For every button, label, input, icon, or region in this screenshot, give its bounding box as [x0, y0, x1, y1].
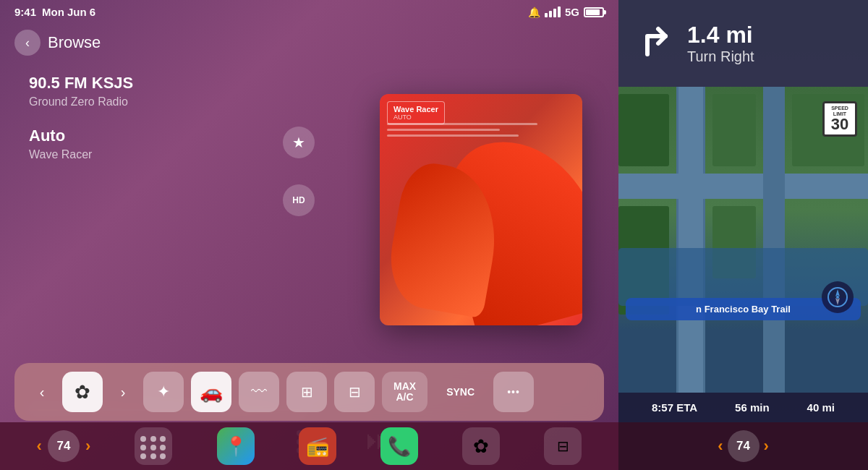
car-icon: 🚗 — [200, 381, 223, 403]
hvac-seat-heat-button[interactable]: ⊞ — [286, 372, 327, 412]
map-road-horizontal — [618, 174, 868, 199]
grid-icon — [140, 436, 166, 456]
music-panel: 9:41 Mon Jun 6 🔔 5G ‹ — [0, 0, 618, 470]
settings-icon: ⊟ — [557, 437, 569, 455]
svg-marker-2 — [835, 298, 840, 305]
signal-bars — [545, 7, 561, 17]
seat-cool-icon: ⊟ — [349, 383, 361, 401]
location-text: n Francisco Bay Trail — [696, 304, 791, 315]
compass[interactable] — [822, 281, 854, 313]
back-icon: ‹ — [25, 35, 30, 51]
hvac-sync-button[interactable]: SYNC — [435, 372, 486, 412]
hvac-next-button[interactable]: › — [110, 379, 136, 405]
dock-radio-button[interactable]: 📻 — [299, 427, 336, 465]
hvac-right-icon: › — [121, 384, 126, 401]
date: Mon Jun 6 — [42, 6, 95, 18]
star-button[interactable]: ★ — [283, 127, 315, 158]
signal-type: 5G — [565, 6, 579, 18]
max-ac-line2: A/C — [396, 392, 414, 403]
svg-marker-1 — [835, 289, 840, 296]
album-art-inner: Wave Racer AUTO — [380, 94, 582, 325]
eta-time: 8:57 ETA — [652, 401, 697, 414]
tree-cluster-2 — [618, 94, 669, 166]
map-panel: 1.4 mi Turn Right SPEEDLIMIT 30 — [618, 0, 868, 470]
right-temp-increase[interactable]: › — [764, 437, 769, 456]
more-icon: ••• — [507, 386, 520, 398]
album-title: Wave Racer — [393, 105, 438, 114]
star-icon: ★ — [292, 134, 305, 151]
eta-time-value: 8:57 ETA — [652, 401, 697, 414]
hvac-bar: ‹ ✿ › ✦ 🚗 〰 ⊞ ⊟ — [14, 363, 604, 421]
hvac-car-button[interactable]: 🚗 — [191, 372, 231, 412]
turn-right-icon — [633, 22, 676, 65]
map-content[interactable]: SPEEDLIMIT 30 n Francisco Bay Trail — [618, 87, 868, 393]
eta-distance-value: 40 mi — [807, 401, 835, 414]
dock-bar: ‹ 74 › 📍 📻 📞 — [0, 422, 618, 470]
dock-fan-button[interactable]: ✿ — [462, 427, 500, 465]
eta-distance: 40 mi — [807, 401, 835, 414]
nav-header: 1.4 mi Turn Right — [618, 0, 868, 87]
speed-limit-value: 30 — [827, 116, 853, 132]
max-ac-line1: MAX — [393, 381, 416, 392]
hd-label: HD — [292, 195, 305, 205]
left-temp-decrease[interactable]: ‹ — [37, 437, 42, 456]
seat-heat-icon: ⊞ — [301, 383, 313, 401]
album-decorative-lines — [387, 123, 575, 140]
sync-label: SYNC — [446, 386, 475, 398]
album-label: Wave Racer AUTO — [387, 101, 445, 124]
station-name: 90.5 FM KSJS — [29, 74, 590, 93]
eta-duration: 56 min — [735, 401, 770, 414]
left-temp-control: ‹ 74 › — [37, 430, 91, 462]
svg-point-3 — [836, 296, 839, 299]
right-temp-value: 74 — [736, 439, 750, 453]
left-temp-display: 74 — [48, 430, 80, 462]
right-temp-control: ‹ 74 › — [718, 430, 769, 462]
left-temp-value: 74 — [56, 439, 70, 453]
dock-grid-button[interactable] — [135, 427, 172, 465]
heat-icon: 〰 — [251, 383, 267, 401]
eta-duration-value: 56 min — [735, 401, 770, 414]
nav-direction: Turn Right — [687, 48, 854, 65]
nav-info: 1.4 mi Turn Right — [687, 22, 854, 65]
album-art: Wave Racer AUTO — [380, 94, 582, 325]
compass-icon — [827, 286, 848, 308]
screen: 9:41 Mon Jun 6 🔔 5G ‹ — [0, 0, 868, 470]
dock-settings-button[interactable]: ⊟ — [544, 427, 582, 465]
dock-maps-button[interactable]: 📍 — [217, 427, 255, 465]
radio-icon: 📻 — [306, 435, 329, 458]
fan-icon: ✿ — [473, 435, 489, 458]
bell-icon: 🔔 — [528, 7, 540, 18]
battery-fill — [586, 9, 600, 15]
right-temp-decrease[interactable]: ‹ — [718, 437, 723, 456]
hvac-heat-button[interactable]: 〰 — [239, 372, 279, 412]
hvac-max-ac-button[interactable]: MAX A/C — [382, 372, 427, 412]
map-road-vertical — [676, 87, 705, 393]
fan-icon: ✿ — [75, 381, 90, 403]
back-circle[interactable]: ‹ — [14, 30, 41, 56]
tree-cluster-1 — [712, 94, 756, 166]
hvac-seat-cool-button[interactable]: ⊟ — [334, 372, 375, 412]
hvac-fan-button[interactable]: ✿ — [62, 372, 103, 412]
phone-icon: 📞 — [388, 435, 411, 458]
speed-limit-sign: SPEEDLIMIT 30 — [822, 101, 857, 137]
album-sub: AUTO — [393, 114, 438, 121]
hvac-more-button[interactable]: ••• — [493, 372, 534, 412]
right-dock: ‹ 74 › — [618, 422, 868, 470]
browse-label: Browse — [48, 33, 101, 52]
status-right: 🔔 5G — [528, 6, 604, 18]
dock-phone-button[interactable]: 📞 — [380, 427, 418, 465]
turn-arrow-container — [633, 22, 676, 65]
map-road-2 — [763, 87, 785, 393]
left-temp-increase[interactable]: › — [85, 437, 90, 456]
maps-icon: 📍 — [224, 435, 247, 458]
status-bar: 9:41 Mon Jun 6 🔔 5G — [0, 0, 618, 24]
hd-button[interactable]: HD — [283, 184, 315, 216]
hvac-left-icon: ‹ — [40, 384, 45, 401]
hvac-prev-button[interactable]: ‹ — [29, 379, 55, 405]
hvac-stars-button[interactable]: ✦ — [143, 372, 184, 412]
battery-icon — [584, 7, 604, 17]
browse-button[interactable]: ‹ Browse — [0, 24, 618, 67]
nav-distance: 1.4 mi — [687, 22, 854, 48]
status-left: 9:41 Mon Jun 6 — [14, 6, 95, 18]
stars-icon: ✦ — [157, 383, 170, 401]
